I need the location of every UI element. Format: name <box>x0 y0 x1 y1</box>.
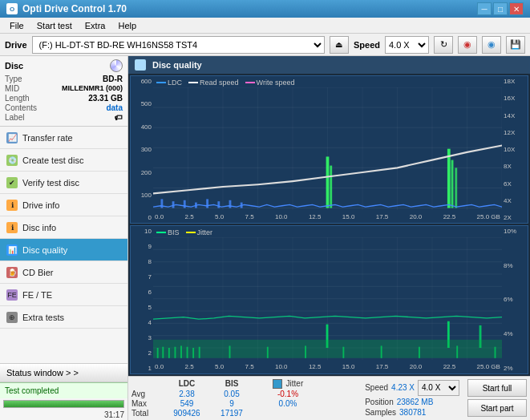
stats-panel: LDC BIS Jitter Avg 2.38 0.05 -0.1% <box>128 376 530 420</box>
contents-value: data <box>106 103 123 112</box>
svg-rect-22 <box>217 201 220 208</box>
save-button[interactable]: 💾 <box>506 36 525 54</box>
chart2-y-left: 10 9 8 7 6 5 4 3 2 1 <box>131 226 153 373</box>
sidebar-item-create-test-disc[interactable]: 💿 Create test disc <box>0 149 127 172</box>
samples-row: Samples 380781 <box>365 408 459 417</box>
sidebar-item-drive-info[interactable]: ℹ Drive info <box>0 194 127 216</box>
svg-rect-68 <box>153 340 502 358</box>
start-part-button[interactable]: Start part <box>467 399 527 417</box>
drive-info-icon: ℹ <box>6 200 18 211</box>
stats-header-row: LDC BIS Jitter <box>131 379 362 389</box>
chart1: 600 500 400 300 200 100 0 LDC <box>130 75 528 224</box>
chart1-y-left: 600 500 400 300 200 100 0 <box>131 76 153 223</box>
drive-select[interactable]: (F:) HL-DT-ST BD-RE WH16NS58 TST4 <box>32 36 325 54</box>
menu-help[interactable]: Help <box>111 20 143 31</box>
svg-rect-27 <box>447 149 451 208</box>
status-window-button[interactable]: Status window > > <box>0 363 127 382</box>
svg-rect-17 <box>160 199 163 208</box>
close-button[interactable]: ✕ <box>509 2 524 15</box>
disc-button2[interactable]: ◉ <box>482 36 501 54</box>
speed-select[interactable]: 4.0 X <box>385 36 429 54</box>
mid-value: MILLENMR1 (000) <box>62 84 123 93</box>
total-bis: 17197 <box>212 409 252 418</box>
disc-label-label: Label <box>5 113 24 122</box>
position-row: Position 23862 MB <box>365 398 459 406</box>
maximize-button[interactable]: □ <box>493 2 508 15</box>
minimize-button[interactable]: ─ <box>477 2 492 15</box>
length-value: 23.31 GB <box>88 94 123 103</box>
speed-value: 4.23 X <box>391 383 415 392</box>
sidebar-item-cd-bier[interactable]: 🍺 CD Bier <box>0 261 127 284</box>
speed-info: Speed 4.23 X 4.0 X Position 23862 MB Sam… <box>365 379 459 418</box>
svg-rect-28 <box>451 160 454 208</box>
avg-ldc: 2.38 <box>164 390 210 398</box>
sidebar-bottom: Status window > > Test completed 31:17 <box>0 363 127 420</box>
speed-select[interactable]: 4.0 X <box>418 380 459 396</box>
avg-label: Avg <box>131 390 162 398</box>
menu-start-test[interactable]: Start test <box>30 20 79 31</box>
chart-title: Disc quality <box>152 60 202 70</box>
samples-value: 380781 <box>399 408 426 417</box>
svg-rect-26 <box>330 166 332 208</box>
drive-bar: Drive (F:) HL-DT-ST BD-RE WH16NS58 TST4 … <box>0 34 530 56</box>
disc-panel: Disc Type BD-R MID MILLENMR1 (000) Lengt… <box>0 56 127 127</box>
chart-header-icon <box>135 59 146 71</box>
speed-row: Speed 4.23 X 4.0 X <box>365 380 459 396</box>
stats-total-row: Total 909426 17197 <box>131 409 362 418</box>
contents-label: Contents <box>5 103 37 112</box>
title-bar: O Opti Drive Control 1.70 ─ □ ✕ <box>0 0 530 18</box>
max-jitter: 0.0% <box>268 399 308 408</box>
mid-label: MID <box>5 84 19 93</box>
chart2-main: BIS Jitter <box>153 226 502 373</box>
sidebar-item-extra-tests[interactable]: ⊕ Extra tests <box>0 306 127 329</box>
total-ldc: 909426 <box>164 409 210 418</box>
chart-header: Disc quality <box>128 56 530 74</box>
length-label: Length <box>5 94 30 103</box>
sidebar-item-fe-te[interactable]: FE FE / TE <box>0 284 127 306</box>
start-full-button[interactable]: Start full <box>467 379 527 397</box>
svg-rect-23 <box>229 200 232 208</box>
chart1-y-right: 18X 16X 14X 12X 10X 8X 6X 4X 2X <box>502 76 528 223</box>
type-value: BD-R <box>103 75 123 83</box>
max-ldc: 549 <box>164 399 210 408</box>
svg-rect-29 <box>455 168 457 208</box>
samples-label: Samples <box>365 408 396 417</box>
cd-bier-icon: 🍺 <box>6 267 18 278</box>
chart2-svg <box>153 237 502 360</box>
menu-extra[interactable]: Extra <box>79 20 112 31</box>
chart2-legend: BIS Jitter <box>156 228 212 236</box>
drive-label: Drive <box>5 40 27 50</box>
app-icon: O <box>6 3 18 14</box>
sidebar-item-transfer-rate[interactable]: 📈 Transfer rate <box>0 127 127 149</box>
avg-jitter: -0.1% <box>268 390 308 398</box>
disc-icon[interactable] <box>110 59 123 72</box>
eject-button[interactable]: ⏏ <box>330 36 349 54</box>
time-display: 31:17 <box>0 410 127 420</box>
svg-rect-25 <box>326 156 330 208</box>
transfer-rate-icon: 📈 <box>6 132 18 143</box>
svg-rect-21 <box>206 199 208 208</box>
charts-container: 600 500 400 300 200 100 0 LDC <box>128 74 530 376</box>
disc-panel-title: Disc <box>5 61 23 71</box>
speed-label: Speed <box>365 383 388 392</box>
disc-label-value: 🏷 <box>115 113 123 122</box>
sidebar-item-verify-test-disc[interactable]: ✔ Verify test disc <box>0 172 127 194</box>
ldc-header: LDC <box>164 379 210 389</box>
sidebar-item-disc-info[interactable]: ℹ Disc info <box>0 216 127 239</box>
max-bis: 9 <box>212 399 252 408</box>
bis-header: BIS <box>212 379 252 389</box>
content-area: Disc quality 600 500 400 300 200 100 0 <box>128 56 530 420</box>
app-title: Opti Drive Control 1.70 <box>22 3 127 14</box>
disc-button1[interactable]: ◉ <box>458 36 477 54</box>
create-test-disc-icon: 💿 <box>6 155 18 166</box>
progress-fill <box>4 401 123 407</box>
menu-file[interactable]: File <box>3 20 30 31</box>
progress-bar <box>3 400 124 408</box>
chart2-x-labels: 0.0 2.5 5.0 7.5 10.0 12.5 15.0 17.5 20.0… <box>153 361 502 374</box>
extra-tests-icon: ⊕ <box>6 312 18 323</box>
sidebar: Disc Type BD-R MID MILLENMR1 (000) Lengt… <box>0 56 128 420</box>
refresh-button[interactable]: ↻ <box>434 36 453 54</box>
position-value: 23862 MB <box>397 398 434 406</box>
menu-bar: File Start test Extra Help <box>0 18 530 34</box>
sidebar-item-disc-quality[interactable]: 📊 Disc quality <box>0 239 127 261</box>
